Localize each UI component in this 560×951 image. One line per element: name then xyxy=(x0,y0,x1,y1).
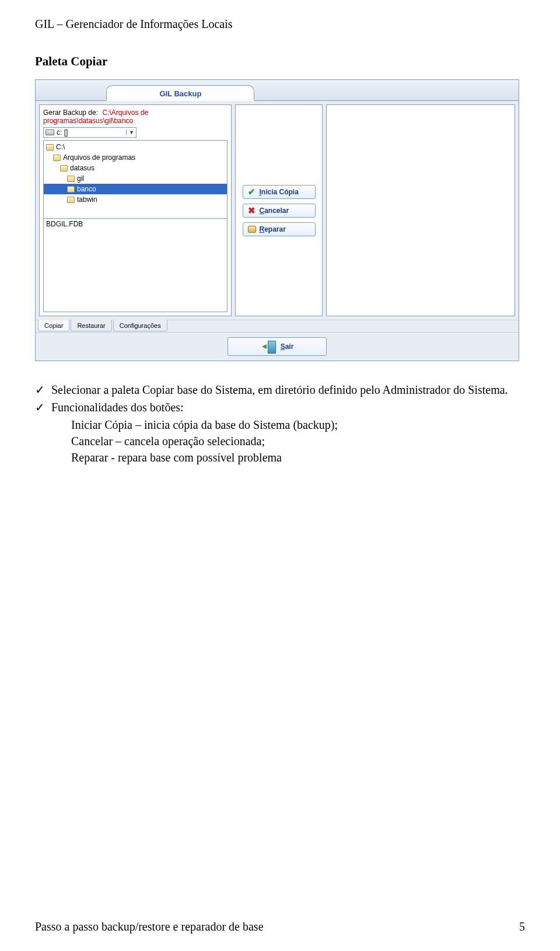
gil-backup-window: GIL Backup Gerar Backup de: C:\Arquivos … xyxy=(35,79,519,361)
tree-item[interactable]: Arquivos de programas xyxy=(44,152,227,163)
page-footer: Passo a passo backup/restore e reparador… xyxy=(35,920,525,933)
folder-icon xyxy=(67,176,75,182)
check-icon: ✔ xyxy=(248,188,256,196)
file-item[interactable]: BDGIL.FDB xyxy=(46,220,225,228)
window-footer: Sair xyxy=(36,332,519,361)
window-title-tab: GIL Backup xyxy=(106,85,254,101)
tree-item[interactable]: C:\ xyxy=(44,142,227,152)
close-icon: ✖ xyxy=(248,207,256,215)
page-number: 5 xyxy=(519,920,525,933)
bullet-text: Selecionar a paleta Copiar base do Siste… xyxy=(51,382,508,398)
reparar-button[interactable]: Reparar xyxy=(243,222,316,236)
bullet-subtext: Cancelar – cancela operação selecionada; xyxy=(35,433,525,449)
drive-label: c: [] xyxy=(57,128,68,137)
tree-item-selected[interactable]: banco xyxy=(44,184,227,194)
mode-tabs: Copiar Restaurar Configurações xyxy=(36,320,519,332)
repair-icon xyxy=(248,226,256,233)
section-title: Paleta Copiar xyxy=(35,54,525,69)
document-header: GIL – Gerenciador de Informações Locais xyxy=(35,18,525,31)
cancelar-button[interactable]: ✖ Cancelar xyxy=(243,204,316,218)
sair-button[interactable]: Sair xyxy=(228,337,327,356)
window-titlebar: GIL Backup xyxy=(36,80,519,101)
bullet-list: ✓ Selecionar a paleta Copiar base do Sis… xyxy=(35,382,525,466)
bullet-subtext: Reparar - repara base com possível probl… xyxy=(35,449,525,466)
chevron-down-icon: ▼ xyxy=(126,130,134,135)
checkmark-icon: ✓ xyxy=(35,399,46,415)
folder-icon xyxy=(67,197,75,203)
footer-text: Passo a passo backup/restore e reparador… xyxy=(35,920,264,933)
inicia-copia-button[interactable]: ✔ Inicia Cópia xyxy=(243,185,316,199)
exit-icon xyxy=(261,341,276,352)
tree-item[interactable]: datasus xyxy=(44,163,227,173)
tab-copiar[interactable]: Copiar xyxy=(38,320,69,331)
drive-icon xyxy=(46,130,54,135)
folder-tree[interactable]: C:\ Arquivos de programas datasus gil ba… xyxy=(43,140,228,219)
checkmark-icon: ✓ xyxy=(35,382,46,398)
folder-icon xyxy=(60,165,68,172)
folder-icon xyxy=(67,186,75,193)
tab-restaurar[interactable]: Restaurar xyxy=(71,320,111,331)
file-list[interactable]: BDGIL.FDB xyxy=(43,219,228,312)
folder-icon xyxy=(53,155,61,161)
tree-item[interactable]: tabwin xyxy=(44,194,227,205)
bullet-text: Funcionalidades dos botões: xyxy=(51,399,184,415)
tab-configuracoes[interactable]: Configurações xyxy=(113,320,167,331)
backup-path-row: Gerar Backup de: C:\Arquivos de programa… xyxy=(43,109,228,125)
right-panel xyxy=(326,104,515,316)
folder-icon xyxy=(46,144,54,151)
bullet-subtext: Iniciar Cópia – inicia cópia da base do … xyxy=(35,417,525,433)
left-panel: Gerar Backup de: C:\Arquivos de programa… xyxy=(39,104,232,316)
action-button-panel: ✔ Inicia Cópia ✖ Cancelar Reparar xyxy=(235,104,323,316)
tree-item[interactable]: gil xyxy=(44,173,227,184)
backup-path-label: Gerar Backup de: xyxy=(43,109,98,117)
drive-select[interactable]: c: [] ▼ xyxy=(43,127,136,138)
